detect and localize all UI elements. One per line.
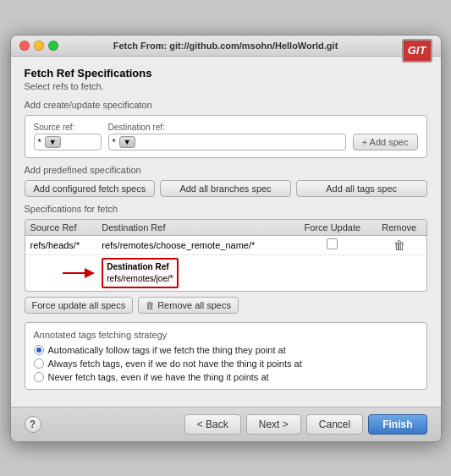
- back-button[interactable]: < Back: [184, 414, 241, 435]
- tooltip-label: Destination Ref: [107, 261, 173, 273]
- col-force-update: Force Update: [293, 220, 372, 236]
- col-remove: Remove: [372, 220, 426, 236]
- source-ref-cell: refs/heads/*: [25, 235, 97, 254]
- annotated-section: Annotated tags fetching strategy Automat…: [25, 322, 427, 390]
- radio-2-dot[interactable]: [34, 372, 44, 382]
- force-update-all-button[interactable]: Force update all specs: [25, 297, 134, 314]
- radio-option-0[interactable]: Automatically follow tags if we fetch th…: [34, 345, 418, 355]
- dest-ref-col: Destination ref: * ▼: [108, 123, 346, 150]
- tooltip-dest-cell: Destination Ref refs/remotes/joe/*: [96, 254, 292, 291]
- content-area: Fetch Ref Specifications Select refs to …: [11, 57, 441, 407]
- page-subtitle: Select refs to fetch.: [25, 81, 427, 91]
- source-ref-arrow[interactable]: ▼: [45, 136, 61, 148]
- arrow-annotation: [61, 265, 99, 282]
- dest-ref-tooltip: Destination Ref refs/remotes/joe/*: [102, 258, 178, 288]
- predefined-label: Add predefined specification: [25, 165, 427, 175]
- help-button[interactable]: ?: [25, 416, 41, 433]
- source-ref-value: *: [38, 137, 41, 147]
- git-logo: GIT: [402, 39, 432, 63]
- specs-section-label: Specifications for fetch: [25, 204, 427, 214]
- add-configured-btn[interactable]: Add configured fetch specs: [25, 180, 156, 197]
- remove-cell[interactable]: 🗑: [372, 235, 426, 254]
- remove-icon: 🗑: [146, 300, 155, 310]
- tooltip-value: refs/remotes/joe/*: [107, 273, 173, 285]
- close-button[interactable]: [19, 41, 30, 51]
- maximize-button[interactable]: [48, 41, 58, 51]
- ref-row: Source ref: * ▼ Destination ref: * ▼: [34, 123, 418, 150]
- next-button[interactable]: Next >: [246, 414, 301, 435]
- table-row: refs/heads/* refs/remotes/choose_remote_…: [25, 235, 426, 254]
- traffic-lights: [19, 41, 58, 51]
- predefined-buttons-row: Add configured fetch specs Add all branc…: [25, 180, 427, 197]
- radio-0-dot[interactable]: [34, 345, 44, 355]
- main-window: Fetch From: git://github.com/msohn/Hello…: [10, 35, 442, 442]
- footer: ? < Back Next > Cancel Finish: [11, 407, 441, 441]
- tooltip-row: Destination Ref refs/remotes/joe/*: [25, 254, 426, 291]
- dest-ref-arrow[interactable]: ▼: [119, 136, 135, 148]
- radio-0-label: Automatically follow tags if we fetch th…: [48, 345, 286, 355]
- window-title: Fetch From: git://github.com/msohn/Hello…: [113, 41, 338, 51]
- force-update-checkbox[interactable]: [327, 238, 338, 249]
- source-ref-label: Source ref:: [34, 123, 102, 132]
- page-title: Fetch Ref Specifications: [25, 67, 427, 79]
- header-section: Fetch Ref Specifications Select refs to …: [25, 67, 427, 91]
- add-spec-button[interactable]: + Add spec: [353, 134, 418, 150]
- radio-option-1[interactable]: Always fetch tags, even if we do not hav…: [34, 358, 418, 369]
- specs-table-container: Source Ref Destination Ref Force Update …: [25, 219, 427, 292]
- specs-table: Source Ref Destination Ref Force Update …: [25, 220, 426, 291]
- source-ref-select[interactable]: * ▼: [34, 134, 102, 150]
- col-dest-ref: Destination Ref: [96, 220, 292, 236]
- finish-button[interactable]: Finish: [368, 414, 426, 435]
- specs-section: Specifications for fetch Source Ref Dest…: [25, 204, 427, 315]
- table-header-row: Source Ref Destination Ref Force Update …: [25, 220, 426, 236]
- add-spec-section: Add create/update specificaton Source re…: [25, 100, 427, 158]
- radio-1-dot[interactable]: [34, 358, 44, 369]
- col-source-ref: Source Ref: [25, 220, 97, 236]
- predefined-section: Add predefined specification Add configu…: [25, 165, 427, 197]
- tooltip-force-cell: [293, 254, 372, 291]
- header-text: Fetch Ref Specifications Select refs to …: [25, 67, 427, 91]
- source-ref-col: Source ref: * ▼: [34, 123, 102, 150]
- force-update-cell[interactable]: [293, 235, 372, 254]
- add-spec-box: Source ref: * ▼ Destination ref: * ▼: [25, 115, 427, 158]
- annotated-label: Annotated tags fetching strategy: [34, 330, 418, 340]
- remove-all-button[interactable]: 🗑 Remove all specs: [138, 297, 239, 314]
- add-branches-btn[interactable]: Add all branches spec: [160, 180, 291, 197]
- cancel-button[interactable]: Cancel: [306, 414, 363, 435]
- remove-all-label: Remove all specs: [157, 300, 231, 310]
- add-tags-btn[interactable]: Add all tags spec: [296, 180, 427, 197]
- trash-icon[interactable]: 🗑: [393, 238, 405, 252]
- dest-ref-value: *: [113, 137, 116, 147]
- add-spec-label: Add create/update specificaton: [25, 100, 427, 110]
- titlebar: Fetch From: git://github.com/msohn/Hello…: [11, 36, 441, 57]
- radio-2-label: Never fetch tags, even if we have the th…: [48, 372, 269, 382]
- radio-1-label: Always fetch tags, even if we do not hav…: [48, 358, 302, 369]
- minimize-button[interactable]: [34, 41, 44, 51]
- dest-ref-select[interactable]: * ▼: [108, 134, 346, 150]
- dest-ref-cell: refs/remotes/choose_remote_name/*: [96, 235, 292, 254]
- dest-ref-label: Destination ref:: [108, 123, 346, 132]
- specs-actions: Force update all specs 🗑 Remove all spec…: [25, 295, 427, 315]
- tooltip-remove-cell: [372, 254, 426, 291]
- radio-option-2[interactable]: Never fetch tags, even if we have the th…: [34, 372, 418, 382]
